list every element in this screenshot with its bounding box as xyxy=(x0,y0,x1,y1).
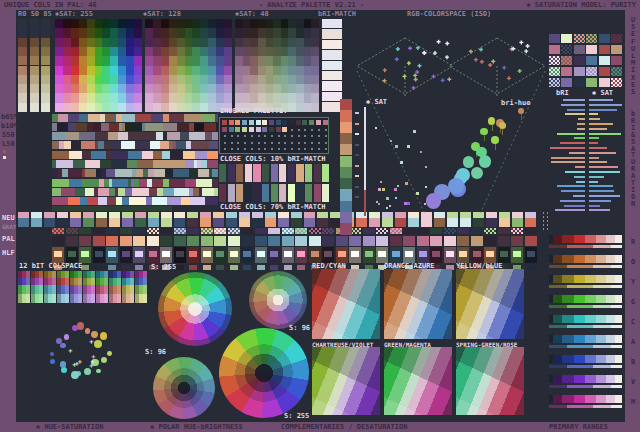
primary-ranges-toggle[interactable]: PRIMARY RANGES xyxy=(549,424,608,431)
hlf-inner xyxy=(230,251,238,257)
hue-sat-dot xyxy=(60,343,66,349)
sat-128-toggle[interactable]: ✱SAT: 128 xyxy=(143,11,181,18)
base-color-column-cell xyxy=(30,19,39,28)
colspace12-tile xyxy=(135,271,147,303)
sat-bar-right xyxy=(589,171,620,173)
indexed-swatch xyxy=(242,120,247,125)
comp-label-green-magenta: GREEN/MAGENTA xyxy=(384,341,431,348)
strip-segment xyxy=(163,123,177,131)
base-color-column-cell xyxy=(30,28,39,37)
pal-row-swatch xyxy=(133,236,145,246)
tab-body xyxy=(187,218,198,227)
indexed-swatch xyxy=(262,120,267,125)
base-color-column-cell xyxy=(18,103,27,112)
empty-slot-dot xyxy=(251,148,253,150)
tab-body xyxy=(447,218,458,227)
empty-slot-dot xyxy=(311,129,313,131)
empty-slot-dot xyxy=(298,135,300,137)
band-label-pal: PAL xyxy=(2,236,15,243)
strip-segment xyxy=(52,141,59,149)
empty-slot-dot xyxy=(311,135,313,137)
indexed-swatch xyxy=(235,120,240,125)
useful-mix-swatch xyxy=(611,56,622,65)
base-color-column-cell xyxy=(41,38,50,47)
empty-slot-dot xyxy=(304,142,306,144)
bri-bar-left xyxy=(575,166,585,168)
sat-bar-right xyxy=(589,128,607,130)
primary-letter-C: C xyxy=(628,318,638,325)
sat-255-toggle[interactable]: ✱SAT: 255 xyxy=(55,11,93,18)
useful-mixes-vertical-label: I xyxy=(628,66,638,73)
hlf-inner xyxy=(378,251,386,257)
neutral-mix-cell xyxy=(498,228,510,234)
bri-bar-left xyxy=(576,181,585,183)
hlf-inner xyxy=(216,251,224,257)
strip-segment xyxy=(69,151,82,159)
hue-sat-cross: + xyxy=(89,338,94,343)
bri-bar-left xyxy=(565,113,585,115)
hue-strip-cell xyxy=(340,223,352,234)
sat-48-toggle[interactable]: ✱SAT: 48 xyxy=(235,11,269,18)
strip-segment xyxy=(189,169,198,177)
tab-body xyxy=(161,218,172,227)
saturation-model-toggle[interactable]: ✱ SATURATION MODEL: PURITY xyxy=(526,1,636,9)
tab-body xyxy=(395,218,406,227)
hue-saturation-toggle[interactable]: ✱ HUE-SATURATION xyxy=(36,424,103,431)
strip-segment xyxy=(136,169,143,177)
pal-row-swatch xyxy=(349,236,361,246)
tab-body xyxy=(44,218,55,227)
colspace12-tile xyxy=(44,271,56,303)
polar-hue-brightness-toggle[interactable]: ✱ POLAR HUE-bRIGHTNESS xyxy=(150,424,243,431)
hue-sat-dot xyxy=(107,351,112,356)
hlf-inner xyxy=(473,251,481,257)
hlf-sub xyxy=(230,265,238,270)
bri-match-cell xyxy=(322,92,342,101)
pal-row-swatch xyxy=(471,236,483,246)
bri-bar-left xyxy=(561,190,585,192)
primary-range-thin-bar xyxy=(549,285,622,288)
pal-row-swatch xyxy=(187,236,199,246)
close-col-swatch xyxy=(271,184,278,202)
hue-sat-dot xyxy=(100,332,108,340)
useful-mix-swatch xyxy=(611,67,622,76)
neutral-mix-cell xyxy=(133,228,145,234)
empty-slot-dot xyxy=(237,135,239,137)
close-col-swatch xyxy=(219,184,226,202)
neutral-mix-cell xyxy=(228,228,240,234)
palette-strip xyxy=(52,188,218,196)
primary-letter-Y: Y xyxy=(628,278,638,285)
strip-segment xyxy=(125,123,139,131)
neutral-mix-cell xyxy=(147,228,159,234)
primary-letter-M: M xyxy=(628,398,638,405)
strip-segment xyxy=(52,132,65,140)
primary-range-bar xyxy=(549,375,622,383)
empty-slot-dot xyxy=(231,148,233,150)
empty-slot-dot xyxy=(325,129,327,131)
hue-sat-map-cell xyxy=(311,103,319,113)
hue-sat-map-cell xyxy=(311,56,319,66)
sat-bar-right xyxy=(589,133,621,135)
neutral-mix-cell xyxy=(268,228,280,234)
hlf-inner xyxy=(189,251,197,257)
tab-body xyxy=(499,218,510,227)
close-col-swatch xyxy=(305,164,312,182)
base-color-column-cell xyxy=(18,93,27,102)
complementaries-toggle[interactable]: COMPLEMENTARIES / DESATURATION xyxy=(281,424,407,431)
indexed-swatch xyxy=(235,127,240,132)
pal-row-swatch xyxy=(417,236,429,246)
neutral-mix-cell xyxy=(363,228,375,234)
base-color-column-cell xyxy=(30,103,39,112)
empty-slot-dot xyxy=(258,148,260,150)
neutral-mix-cell xyxy=(322,228,334,234)
strip-segment xyxy=(153,160,169,168)
empty-slot-dot xyxy=(271,148,273,150)
pal-row-swatch xyxy=(268,236,280,246)
bri-match-cell xyxy=(322,29,342,38)
tab-body xyxy=(226,218,237,227)
neutral-mix-cell xyxy=(511,228,523,234)
useful-mix-swatch xyxy=(561,45,572,54)
close-col-swatch xyxy=(296,164,303,182)
useful-mix-swatch xyxy=(549,56,560,65)
hlf-sub xyxy=(284,265,292,270)
sat-bar-right xyxy=(589,104,622,106)
